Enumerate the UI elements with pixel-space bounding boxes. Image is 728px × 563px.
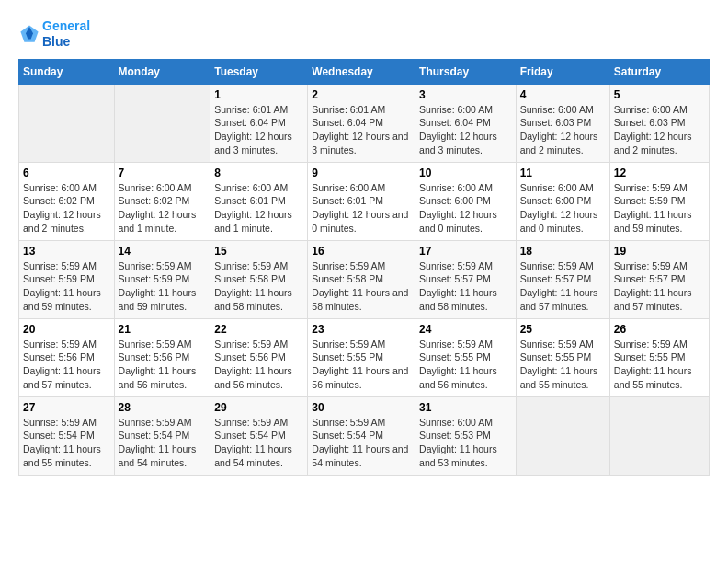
calendar-table: SundayMondayTuesdayWednesdayThursdayFrid… bbox=[18, 59, 710, 476]
header-cell-saturday: Saturday bbox=[609, 59, 709, 84]
week-row-3: 13Sunrise: 5:59 AM Sunset: 5:59 PM Dayli… bbox=[19, 240, 710, 318]
day-info: Sunrise: 6:00 AM Sunset: 6:00 PM Dayligh… bbox=[520, 181, 606, 236]
day-info: Sunrise: 5:59 AM Sunset: 5:55 PM Dayligh… bbox=[312, 338, 411, 392]
day-info: Sunrise: 5:59 AM Sunset: 5:56 PM Dayligh… bbox=[119, 338, 207, 392]
day-info: Sunrise: 5:59 AM Sunset: 5:57 PM Dayligh… bbox=[520, 259, 606, 314]
day-info: Sunrise: 5:59 AM Sunset: 5:59 PM Dayligh… bbox=[119, 259, 207, 314]
day-number: 20 bbox=[23, 323, 110, 336]
day-cell bbox=[19, 84, 115, 162]
day-number: 10 bbox=[419, 167, 512, 179]
day-number: 30 bbox=[312, 401, 411, 414]
day-number: 11 bbox=[520, 167, 606, 179]
day-cell: 7Sunrise: 6:00 AM Sunset: 6:02 PM Daylig… bbox=[114, 162, 210, 240]
day-info: Sunrise: 6:01 AM Sunset: 6:04 PM Dayligh… bbox=[312, 103, 411, 157]
day-cell: 5Sunrise: 6:00 AM Sunset: 6:03 PM Daylig… bbox=[609, 84, 709, 162]
day-cell: 30Sunrise: 5:59 AM Sunset: 5:54 PM Dayli… bbox=[308, 396, 415, 475]
day-info: Sunrise: 5:59 AM Sunset: 5:59 PM Dayligh… bbox=[614, 181, 705, 236]
day-cell: 2Sunrise: 6:01 AM Sunset: 6:04 PM Daylig… bbox=[308, 84, 415, 162]
week-row-2: 6Sunrise: 6:00 AM Sunset: 6:02 PM Daylig… bbox=[19, 162, 710, 240]
day-cell: 24Sunrise: 5:59 AM Sunset: 5:55 PM Dayli… bbox=[415, 318, 517, 396]
day-number: 24 bbox=[419, 323, 512, 336]
day-cell bbox=[609, 396, 709, 475]
day-number: 12 bbox=[614, 167, 705, 179]
day-cell: 29Sunrise: 5:59 AM Sunset: 5:54 PM Dayli… bbox=[210, 396, 308, 475]
day-cell: 1Sunrise: 6:01 AM Sunset: 6:04 PM Daylig… bbox=[210, 84, 308, 162]
calendar-header: SundayMondayTuesdayWednesdayThursdayFrid… bbox=[19, 59, 710, 84]
day-cell bbox=[516, 396, 609, 475]
day-number: 31 bbox=[419, 401, 512, 414]
day-cell: 23Sunrise: 5:59 AM Sunset: 5:55 PM Dayli… bbox=[308, 318, 415, 396]
logo-text: General Blue bbox=[42, 18, 90, 50]
day-number: 21 bbox=[119, 323, 207, 336]
logo-icon bbox=[18, 23, 40, 45]
day-info: Sunrise: 6:00 AM Sunset: 6:03 PM Dayligh… bbox=[614, 103, 705, 157]
day-number: 28 bbox=[119, 401, 207, 414]
day-info: Sunrise: 5:59 AM Sunset: 5:54 PM Dayligh… bbox=[119, 416, 207, 470]
day-info: Sunrise: 6:00 AM Sunset: 6:01 PM Dayligh… bbox=[214, 181, 303, 236]
day-cell: 13Sunrise: 5:59 AM Sunset: 5:59 PM Dayli… bbox=[19, 240, 115, 318]
day-number: 22 bbox=[214, 323, 303, 336]
day-info: Sunrise: 6:01 AM Sunset: 6:04 PM Dayligh… bbox=[214, 103, 303, 157]
header-cell-wednesday: Wednesday bbox=[308, 59, 415, 84]
day-info: Sunrise: 5:59 AM Sunset: 5:55 PM Dayligh… bbox=[520, 338, 606, 392]
day-number: 27 bbox=[23, 401, 110, 414]
day-number: 2 bbox=[312, 88, 411, 101]
day-cell: 14Sunrise: 5:59 AM Sunset: 5:59 PM Dayli… bbox=[114, 240, 210, 318]
day-cell: 15Sunrise: 5:59 AM Sunset: 5:58 PM Dayli… bbox=[210, 240, 308, 318]
day-cell: 28Sunrise: 5:59 AM Sunset: 5:54 PM Dayli… bbox=[114, 396, 210, 475]
header-cell-friday: Friday bbox=[516, 59, 609, 84]
day-cell: 4Sunrise: 6:00 AM Sunset: 6:03 PM Daylig… bbox=[516, 84, 609, 162]
day-number: 16 bbox=[312, 245, 411, 258]
day-cell: 18Sunrise: 5:59 AM Sunset: 5:57 PM Dayli… bbox=[516, 240, 609, 318]
day-cell: 25Sunrise: 5:59 AM Sunset: 5:55 PM Dayli… bbox=[516, 318, 609, 396]
day-info: Sunrise: 6:00 AM Sunset: 6:02 PM Dayligh… bbox=[119, 181, 207, 236]
day-info: Sunrise: 6:00 AM Sunset: 5:53 PM Dayligh… bbox=[419, 416, 512, 470]
day-info: Sunrise: 5:59 AM Sunset: 5:58 PM Dayligh… bbox=[214, 259, 303, 314]
day-number: 9 bbox=[312, 167, 411, 179]
day-number: 15 bbox=[214, 245, 303, 258]
week-row-1: 1Sunrise: 6:01 AM Sunset: 6:04 PM Daylig… bbox=[19, 84, 710, 162]
header-cell-sunday: Sunday bbox=[19, 59, 115, 84]
week-row-5: 27Sunrise: 5:59 AM Sunset: 5:54 PM Dayli… bbox=[19, 396, 710, 475]
day-cell: 8Sunrise: 6:00 AM Sunset: 6:01 PM Daylig… bbox=[210, 162, 308, 240]
header-row: SundayMondayTuesdayWednesdayThursdayFrid… bbox=[19, 59, 710, 84]
day-cell: 27Sunrise: 5:59 AM Sunset: 5:54 PM Dayli… bbox=[19, 396, 115, 475]
day-info: Sunrise: 6:00 AM Sunset: 6:04 PM Dayligh… bbox=[419, 103, 512, 157]
day-info: Sunrise: 5:59 AM Sunset: 5:57 PM Dayligh… bbox=[614, 259, 705, 314]
day-number: 29 bbox=[214, 401, 303, 414]
day-info: Sunrise: 6:00 AM Sunset: 6:00 PM Dayligh… bbox=[419, 181, 512, 236]
day-cell bbox=[114, 84, 210, 162]
day-cell: 21Sunrise: 5:59 AM Sunset: 5:56 PM Dayli… bbox=[114, 318, 210, 396]
logo: General Blue bbox=[18, 18, 90, 50]
day-info: Sunrise: 5:59 AM Sunset: 5:55 PM Dayligh… bbox=[419, 338, 512, 392]
header-cell-thursday: Thursday bbox=[415, 59, 517, 84]
day-cell: 9Sunrise: 6:00 AM Sunset: 6:01 PM Daylig… bbox=[308, 162, 415, 240]
day-cell: 11Sunrise: 6:00 AM Sunset: 6:00 PM Dayli… bbox=[516, 162, 609, 240]
day-number: 19 bbox=[614, 245, 705, 258]
day-info: Sunrise: 6:00 AM Sunset: 6:01 PM Dayligh… bbox=[312, 181, 411, 236]
header: General Blue bbox=[18, 18, 710, 50]
day-cell: 17Sunrise: 5:59 AM Sunset: 5:57 PM Dayli… bbox=[415, 240, 517, 318]
day-info: Sunrise: 6:00 AM Sunset: 6:02 PM Dayligh… bbox=[23, 181, 110, 236]
day-cell: 10Sunrise: 6:00 AM Sunset: 6:00 PM Dayli… bbox=[415, 162, 517, 240]
day-info: Sunrise: 5:59 AM Sunset: 5:58 PM Dayligh… bbox=[312, 259, 411, 314]
day-number: 13 bbox=[23, 245, 110, 258]
day-cell: 31Sunrise: 6:00 AM Sunset: 5:53 PM Dayli… bbox=[415, 396, 517, 475]
day-number: 17 bbox=[419, 245, 512, 258]
week-row-4: 20Sunrise: 5:59 AM Sunset: 5:56 PM Dayli… bbox=[19, 318, 710, 396]
day-number: 7 bbox=[119, 167, 207, 179]
day-cell: 19Sunrise: 5:59 AM Sunset: 5:57 PM Dayli… bbox=[609, 240, 709, 318]
day-info: Sunrise: 6:00 AM Sunset: 6:03 PM Dayligh… bbox=[520, 103, 606, 157]
day-info: Sunrise: 5:59 AM Sunset: 5:56 PM Dayligh… bbox=[214, 338, 303, 392]
day-info: Sunrise: 5:59 AM Sunset: 5:54 PM Dayligh… bbox=[214, 416, 303, 470]
day-cell: 20Sunrise: 5:59 AM Sunset: 5:56 PM Dayli… bbox=[19, 318, 115, 396]
header-cell-monday: Monday bbox=[114, 59, 210, 84]
day-info: Sunrise: 5:59 AM Sunset: 5:57 PM Dayligh… bbox=[419, 259, 512, 314]
day-cell: 3Sunrise: 6:00 AM Sunset: 6:04 PM Daylig… bbox=[415, 84, 517, 162]
day-info: Sunrise: 5:59 AM Sunset: 5:56 PM Dayligh… bbox=[23, 338, 110, 392]
day-cell: 6Sunrise: 6:00 AM Sunset: 6:02 PM Daylig… bbox=[19, 162, 115, 240]
header-cell-tuesday: Tuesday bbox=[210, 59, 308, 84]
day-number: 4 bbox=[520, 88, 606, 101]
day-number: 6 bbox=[23, 167, 110, 179]
day-number: 23 bbox=[312, 323, 411, 336]
